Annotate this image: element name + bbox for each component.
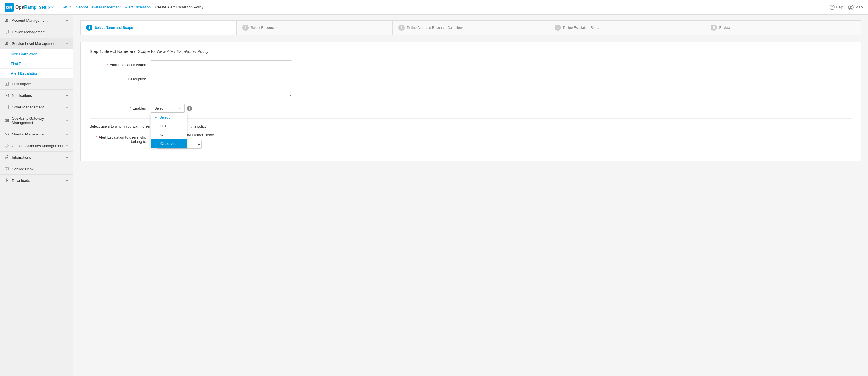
chevron-up-icon bbox=[65, 42, 69, 45]
step-label-1: Select Name and Scope bbox=[95, 26, 133, 30]
chevron-down-icon bbox=[65, 167, 69, 171]
setup-label: Setup bbox=[39, 5, 50, 10]
help-icon: ? bbox=[830, 5, 835, 10]
brand-logo: OR OpsRamp bbox=[4, 3, 37, 12]
sidebar-item-gateway-management[interactable]: OpsRamp Gateway Management bbox=[0, 113, 73, 129]
sidebar-item-alert-correlation[interactable]: Alert Correlation bbox=[0, 49, 73, 59]
navbar: OR OpsRamp Setup › Setup › Service Level… bbox=[0, 0, 868, 15]
description-input[interactable] bbox=[151, 75, 292, 97]
chevron-down-icon bbox=[65, 144, 69, 147]
breadcrumb-sep-1: › bbox=[73, 5, 74, 9]
svg-text:?: ? bbox=[831, 5, 833, 9]
ticket-icon bbox=[4, 167, 9, 171]
step-num-2: 2 bbox=[242, 25, 249, 31]
description-row: Description bbox=[90, 75, 852, 98]
sidebar-item-service-desk[interactable]: Service Desk bbox=[0, 163, 73, 175]
sidebar-monitor-label: Monitor Management bbox=[12, 132, 46, 136]
tag-icon bbox=[4, 143, 9, 148]
breadcrumb-sep-2: › bbox=[122, 5, 123, 9]
sidebar-item-custom-attributes[interactable]: Custom Attributes Management bbox=[0, 140, 73, 151]
sidebar-device-label: Device Management bbox=[12, 30, 45, 34]
dropdown-option-observed[interactable]: Observed bbox=[151, 139, 187, 148]
step-num-4: 4 bbox=[555, 25, 561, 31]
breadcrumb-slm[interactable]: Service Level Management bbox=[76, 5, 121, 9]
sidebar-item-service-level-management[interactable]: Service Level Management bbox=[0, 38, 73, 49]
chevron-down-icon bbox=[65, 156, 69, 159]
chevron-down-icon bbox=[65, 105, 69, 109]
sidebar-notifications-label: Notifications bbox=[12, 94, 32, 98]
sidebar-item-monitor-management[interactable]: Monitor Management bbox=[0, 129, 73, 140]
sidebar-slm-submenu: Alert Correlation First Response Alert E… bbox=[0, 49, 73, 78]
sidebar-gateway-label: OpsRamp Gateway Management bbox=[12, 116, 65, 125]
enabled-controls: Select i ✓ Select bbox=[151, 104, 292, 113]
sidebar-item-bulk-import[interactable]: Bulk Import bbox=[0, 78, 73, 90]
sidebar-bulk-label: Bulk Import bbox=[12, 82, 31, 86]
breadcrumb-current: Create Alert Escalation Policy bbox=[155, 5, 204, 9]
sidebar-item-first-response[interactable]: First Response bbox=[0, 59, 73, 69]
link-icon bbox=[4, 155, 9, 160]
enabled-info-icon[interactable]: i bbox=[187, 106, 192, 111]
enabled-select-button[interactable]: Select bbox=[151, 104, 185, 113]
users-section-title: Select users to whom you want to send al… bbox=[90, 124, 852, 129]
step-label-2: Select Resources bbox=[251, 26, 277, 30]
wizard-step-4[interactable]: 4 Define Escalation Rules bbox=[549, 21, 705, 35]
chevron-down-icon bbox=[51, 6, 54, 9]
help-label: Help bbox=[836, 5, 843, 9]
step-num-3: 3 bbox=[398, 25, 405, 31]
enabled-row: *Enabled Select i ✓ bbox=[90, 104, 852, 113]
sidebar-item-order-management[interactable]: Order Management bbox=[0, 101, 73, 113]
wizard-step-1[interactable]: 1 Select Name and Scope bbox=[81, 21, 237, 35]
check-icon: ✓ bbox=[155, 115, 158, 119]
breadcrumb-sep-3: › bbox=[152, 5, 153, 9]
alert-name-row: *Alert Escalation Name bbox=[90, 60, 852, 69]
chevron-down-icon bbox=[178, 107, 181, 110]
setup-dropdown-button[interactable]: Setup bbox=[37, 4, 57, 11]
brand-name: OpsRamp bbox=[15, 5, 37, 10]
wizard-steps: 1 Select Name and Scope 2 Select Resourc… bbox=[80, 20, 861, 35]
wizard-step-3[interactable]: 3 Define Alert and Resource Conditions bbox=[393, 21, 549, 35]
sidebar-item-alert-escalation[interactable]: Alert Escalation bbox=[0, 69, 73, 78]
opsramp-logo-icon: OR bbox=[4, 3, 13, 12]
help-button[interactable]: ? Help bbox=[830, 5, 843, 10]
svg-point-25 bbox=[6, 145, 6, 145]
gateway-icon bbox=[4, 118, 9, 123]
enabled-selected-value: Select bbox=[154, 106, 164, 110]
svg-point-24 bbox=[6, 134, 7, 135]
sidebar-item-downloads[interactable]: Downloads bbox=[0, 175, 73, 186]
breadcrumb: › Setup › Service Level Management › Ale… bbox=[59, 5, 830, 9]
alert-escalation-to-label: *Alert Escalation to users who belong to bbox=[90, 133, 146, 144]
dropdown-option-on[interactable]: ON bbox=[151, 122, 187, 130]
dropdown-option-select-label: Select bbox=[159, 115, 169, 119]
sidebar-item-device-management[interactable]: Device Management bbox=[0, 26, 73, 38]
dropdown-option-select[interactable]: ✓ Select bbox=[151, 113, 187, 122]
breadcrumb-alert-escalation[interactable]: Alert Escalation bbox=[125, 5, 151, 9]
step-num-1: 1 bbox=[86, 25, 92, 31]
monitor-icon bbox=[4, 30, 9, 34]
dropdown-option-off[interactable]: OFF bbox=[151, 130, 187, 139]
sidebar-item-notifications[interactable]: Notifications bbox=[0, 90, 73, 101]
chevron-down-icon bbox=[65, 179, 69, 182]
dropdown-option-observed-label: Observed bbox=[160, 141, 176, 146]
slm-icon bbox=[4, 41, 9, 46]
wizard-step-2[interactable]: 2 Select Resources bbox=[237, 21, 393, 35]
main-content: 1 Select Name and Scope 2 Select Resourc… bbox=[73, 15, 868, 376]
wizard-step-5[interactable]: 5 Review bbox=[705, 21, 861, 35]
breadcrumb-sep-0: › bbox=[59, 5, 60, 9]
user-label: Mark bbox=[855, 5, 864, 9]
breadcrumb-setup[interactable]: Setup bbox=[62, 5, 71, 9]
svg-point-22 bbox=[7, 120, 8, 121]
svg-rect-7 bbox=[5, 30, 9, 33]
sidebar-item-account-management[interactable]: Account Management bbox=[0, 15, 73, 26]
chevron-down-icon bbox=[65, 119, 69, 122]
sidebar-slm-label: Service Level Management bbox=[12, 41, 57, 46]
alert-escalation-name-input[interactable] bbox=[151, 60, 292, 69]
user-menu[interactable]: Mark bbox=[848, 4, 864, 10]
sidebar-item-integrations[interactable]: Integrations bbox=[0, 151, 73, 163]
sidebar-order-label: Order Management bbox=[12, 105, 44, 109]
svg-point-10 bbox=[6, 42, 8, 43]
sidebar-servicedesk-label: Service Desk bbox=[12, 167, 34, 171]
svg-point-20 bbox=[6, 120, 6, 121]
sidebar: Account Management Device Management Ser… bbox=[0, 15, 73, 376]
form-title: Step 1: Select Name and Scope for New Al… bbox=[90, 49, 852, 54]
sidebar-custom-label: Custom Attributes Management bbox=[12, 144, 63, 148]
